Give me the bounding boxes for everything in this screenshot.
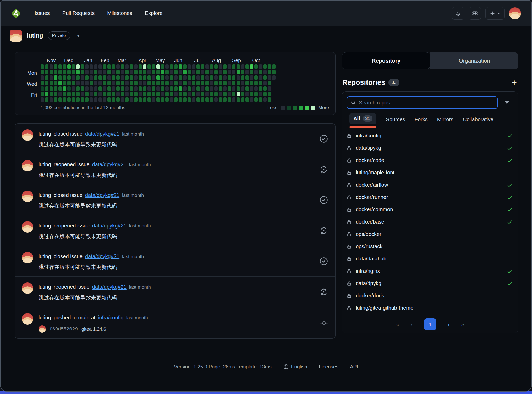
heatmap-cell[interactable] [263, 75, 267, 80]
heatmap-cell[interactable] [112, 97, 115, 102]
repo-name[interactable]: data/datahub [356, 256, 386, 262]
heatmap-cell[interactable] [107, 81, 111, 85]
heatmap-cell[interactable] [174, 70, 178, 74]
heatmap-cell[interactable] [72, 64, 75, 69]
heatmap-cell[interactable] [205, 70, 209, 74]
profile-avatar[interactable] [10, 30, 22, 42]
filter-tab-all[interactable]: All31 [349, 113, 376, 127]
heatmap-cell[interactable] [81, 92, 84, 96]
repo-row[interactable]: docker/base [346, 216, 513, 228]
heatmap-cell[interactable] [63, 92, 66, 96]
heatmap-cell[interactable] [214, 70, 218, 74]
heatmap-cell[interactable] [232, 70, 235, 74]
heatmap-cell[interactable] [63, 75, 66, 80]
heatmap-cell[interactable] [116, 97, 120, 102]
heatmap-cell[interactable] [210, 97, 213, 102]
heatmap-cell[interactable] [192, 81, 195, 85]
heatmap-cell[interactable] [165, 64, 169, 69]
heatmap-cell[interactable] [179, 92, 182, 96]
heatmap-cell[interactable] [121, 92, 124, 96]
heatmap-cell[interactable] [58, 70, 62, 74]
repo-row[interactable]: docker/code [346, 154, 513, 167]
heatmap-cell[interactable] [121, 81, 124, 85]
heatmap-cell[interactable] [214, 97, 218, 102]
heatmap-cell[interactable] [250, 81, 253, 85]
heatmap-cell[interactable] [152, 92, 155, 96]
heatmap-cell[interactable] [174, 86, 178, 91]
heatmap-cell[interactable] [170, 81, 173, 85]
heatmap-cell[interactable] [152, 86, 155, 91]
heatmap-cell[interactable] [179, 64, 182, 69]
heatmap-cell[interactable] [196, 64, 200, 69]
heatmap-cell[interactable] [54, 70, 57, 74]
feed-link[interactable]: data/dpykg#21 [92, 223, 127, 229]
heatmap-cell[interactable] [98, 86, 102, 91]
repo-row[interactable]: infra/config [346, 130, 513, 142]
heatmap-cell[interactable] [223, 75, 227, 80]
heatmap-cell[interactable] [259, 70, 262, 74]
heatmap-cell[interactable] [130, 75, 133, 80]
heatmap-cell[interactable] [81, 86, 84, 91]
heatmap-cell[interactable] [237, 75, 240, 80]
heatmap-cell[interactable] [161, 86, 164, 91]
heatmap-cell[interactable] [90, 86, 93, 91]
heatmap-cell[interactable] [67, 64, 71, 69]
heatmap-cell[interactable] [228, 97, 231, 102]
heatmap-cell[interactable] [179, 75, 182, 80]
heatmap-cell[interactable] [54, 86, 57, 91]
heatmap-cell[interactable] [241, 86, 244, 91]
heatmap-cell[interactable] [183, 92, 187, 96]
heatmap-cell[interactable] [188, 81, 191, 85]
language-selector[interactable]: English [283, 364, 307, 370]
heatmap-cell[interactable] [143, 97, 146, 102]
heatmap-cell[interactable] [205, 81, 209, 85]
heatmap-cell[interactable] [259, 64, 262, 69]
heatmap-cell[interactable] [196, 81, 200, 85]
heatmap-cell[interactable] [205, 75, 209, 80]
heatmap-cell[interactable] [85, 64, 89, 69]
heatmap-cell[interactable] [263, 92, 267, 96]
heatmap-cell[interactable] [210, 92, 213, 96]
heatmap-cell[interactable] [143, 92, 146, 96]
heatmap-cell[interactable] [192, 64, 195, 69]
heatmap-cell[interactable] [219, 81, 222, 85]
feed-link[interactable]: infra/config [98, 315, 124, 321]
heatmap-cell[interactable] [165, 75, 169, 80]
heatmap-cell[interactable] [152, 97, 155, 102]
heatmap-cell[interactable] [85, 75, 89, 80]
heatmap-cell[interactable] [205, 97, 209, 102]
heatmap-cell[interactable] [130, 86, 133, 91]
heatmap-cell[interactable] [219, 92, 222, 96]
heatmap-cell[interactable] [121, 97, 124, 102]
heatmap-cell[interactable] [134, 97, 138, 102]
commit-hash[interactable]: f69d552029 [50, 326, 78, 332]
heatmap-cell[interactable] [241, 75, 244, 80]
heatmap-cell[interactable] [241, 81, 244, 85]
repo-name[interactable]: infra/config [356, 133, 381, 139]
heatmap-cell[interactable] [90, 75, 93, 80]
heatmap-cell[interactable] [67, 86, 71, 91]
heatmap-cell[interactable] [125, 64, 129, 69]
repo-name[interactable]: docker/doris [356, 293, 384, 299]
heatmap-cell[interactable] [81, 64, 84, 69]
heatmap-cell[interactable] [139, 64, 142, 69]
heatmap-cell[interactable] [232, 75, 235, 80]
heatmap-cell[interactable] [45, 75, 48, 80]
feed-actor[interactable]: luting [39, 223, 51, 229]
heatmap-cell[interactable] [107, 75, 111, 80]
heatmap-cell[interactable] [228, 70, 231, 74]
heatmap-cell[interactable] [94, 97, 97, 102]
heatmap-cell[interactable] [156, 97, 160, 102]
heatmap-cell[interactable] [165, 97, 169, 102]
heatmap-cell[interactable] [259, 75, 262, 80]
heatmap-cell[interactable] [58, 86, 62, 91]
heatmap-cell[interactable] [67, 70, 71, 74]
heatmap-cell[interactable] [112, 81, 115, 85]
create-new-button[interactable] [485, 7, 505, 20]
repo-search-input[interactable] [359, 100, 494, 106]
repo-filter-button[interactable] [499, 96, 514, 109]
filter-tab-mirrors[interactable]: Mirrors [437, 113, 453, 127]
heatmap-cell[interactable] [219, 64, 222, 69]
heatmap-cell[interactable] [63, 64, 66, 69]
heatmap-cell[interactable] [67, 81, 71, 85]
